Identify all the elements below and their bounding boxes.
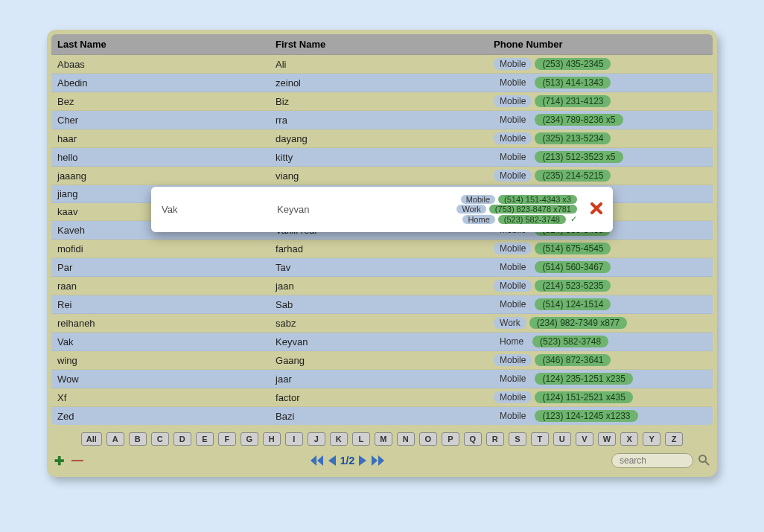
table-row[interactable]: ZedBaziMobile(123) 124-1245 x1233 — [51, 407, 713, 426]
table-row[interactable]: XffactorMobile(124) 151-2521 x435 — [51, 388, 713, 407]
cell-last: Rei — [51, 295, 270, 314]
contact-detail-popup: Vak Keyvan Mobile(514) 151-4343 x3Work(7… — [151, 187, 613, 232]
col-phone[interactable]: Phone Number — [488, 34, 713, 55]
col-first-name[interactable]: First Name — [270, 34, 488, 55]
phone-type-badge: Work — [456, 205, 486, 214]
phone-type-badge: Mobile — [494, 354, 532, 366]
table-row[interactable]: ReiSabMobile(514) 124-1514 — [51, 295, 713, 314]
last-page-icon[interactable] — [371, 455, 384, 466]
alpha-w-button[interactable]: W — [598, 432, 616, 446]
popup-phone-list: Mobile(514) 151-4343 x3Work(753) 823-847… — [411, 194, 577, 225]
alpha-z-button[interactable]: Z — [665, 432, 683, 446]
table-row[interactable]: hellokittyMobile(213) 512-3523 x5 — [51, 148, 713, 167]
col-last-name[interactable]: Last Name — [51, 34, 270, 55]
phone-number-badge: (325) 213-5234 — [535, 132, 611, 144]
phone-number-badge: (753) 823-8478 x781 — [489, 205, 577, 214]
table-row[interactable]: jaaangviangMobile(235) 214-5215 — [51, 167, 713, 185]
cell-phone: Mobile(124) 235-1251 x235 — [488, 370, 713, 388]
phone-number-badge: (234) 789-8236 x5 — [535, 114, 623, 126]
cell-last: Par — [51, 258, 270, 277]
cell-phone: Home(523) 582-3748 — [488, 333, 713, 351]
add-icon[interactable]: ✚ — [54, 454, 64, 468]
first-page-icon[interactable] — [311, 455, 324, 466]
alpha-y-button[interactable]: Y — [643, 432, 660, 446]
popup-last-name: Vak — [162, 204, 277, 215]
cell-first: zeinol — [270, 74, 488, 92]
alpha-t-button[interactable]: T — [531, 432, 549, 446]
table-row[interactable]: AbedinzeinolMobile(513) 414-1343 — [51, 74, 713, 92]
phone-type-badge: Mobile — [494, 298, 532, 310]
alpha-c-button[interactable]: C — [151, 432, 169, 446]
cell-phone: Mobile(253) 435-2345 — [488, 55, 713, 74]
check-icon: ✓ — [570, 214, 577, 224]
cell-phone: Mobile(513) 414-1343 — [488, 74, 713, 92]
cell-first: Ali — [270, 55, 488, 74]
cell-first: Biz — [270, 92, 488, 111]
alpha-i-button[interactable]: I — [285, 432, 303, 446]
alpha-a-button[interactable]: A — [106, 432, 124, 446]
remove-icon[interactable]: — — [71, 454, 83, 467]
phone-type-badge: Mobile — [494, 280, 532, 292]
alpha-n-button[interactable]: N — [397, 432, 415, 446]
alpha-o-button[interactable]: O — [419, 432, 437, 446]
table-row[interactable]: wingGaangMobile(346) 872-3641 — [51, 351, 713, 370]
alpha-h-button[interactable]: H — [263, 432, 281, 446]
cell-first: jaar — [270, 370, 488, 388]
phone-number-badge: (346) 872-3641 — [535, 354, 611, 366]
alpha-u-button[interactable]: U — [553, 432, 571, 446]
phone-type-badge: Work — [494, 317, 526, 329]
alpha-f-button[interactable]: F — [218, 432, 236, 446]
phone-type-badge: Mobile — [494, 58, 532, 70]
close-icon[interactable] — [590, 202, 602, 217]
alpha-q-button[interactable]: Q — [464, 432, 482, 446]
cell-phone: Mobile(714) 231-4123 — [488, 92, 713, 111]
alpha-g-button[interactable]: G — [241, 432, 258, 446]
search-icon[interactable] — [698, 454, 710, 468]
phone-type-badge: Mobile — [494, 410, 532, 422]
alpha-d-button[interactable]: D — [174, 432, 191, 446]
search-input[interactable] — [611, 453, 693, 468]
alpha-r-button[interactable]: R — [486, 432, 504, 446]
cell-phone: Mobile(235) 214-5215 — [488, 167, 713, 185]
svg-point-0 — [699, 455, 706, 462]
cell-first: rra — [270, 111, 488, 129]
phone-number-badge: (235) 214-5215 — [535, 170, 611, 182]
table-row[interactable]: VakKeyvanHome(523) 582-3748 — [51, 333, 713, 351]
table-row[interactable]: AbaasAliMobile(253) 435-2345 — [51, 55, 713, 74]
alpha-k-button[interactable]: K — [330, 432, 348, 446]
table-row[interactable]: haardayangMobile(325) 213-5234 — [51, 129, 713, 148]
phone-number-badge: (214) 523-5235 — [535, 280, 611, 292]
table-header-row: Last Name First Name Phone Number — [51, 34, 713, 55]
table-row[interactable]: BezBizMobile(714) 231-4123 — [51, 92, 713, 111]
phone-number-badge: (124) 151-2521 x435 — [535, 391, 632, 403]
alpha-l-button[interactable]: L — [352, 432, 370, 446]
alpha-v-button[interactable]: V — [576, 432, 593, 446]
cell-first: jaan — [270, 277, 488, 295]
cell-first: Bazi — [270, 407, 488, 426]
next-page-icon[interactable] — [359, 455, 366, 466]
phone-number-badge: (514) 151-4343 x3 — [498, 195, 577, 204]
phone-number-badge: (213) 512-3523 x5 — [535, 151, 623, 163]
cell-last: haar — [51, 129, 270, 148]
alpha-s-button[interactable]: S — [509, 432, 526, 446]
table-row[interactable]: raanjaanMobile(214) 523-5235 — [51, 277, 713, 295]
alpha-filter-row: All ABCDEFGHIJKLMNOPQRSTUVWXYZ — [51, 432, 713, 446]
table-row[interactable]: mofidifarhadMobile(514) 675-4545 — [51, 240, 713, 258]
alpha-p-button[interactable]: P — [442, 432, 459, 446]
alpha-j-button[interactable]: J — [308, 432, 325, 446]
table-row[interactable]: WowjaarMobile(124) 235-1251 x235 — [51, 370, 713, 388]
alpha-e-button[interactable]: E — [196, 432, 214, 446]
prev-page-icon[interactable] — [328, 455, 336, 466]
alpha-x-button[interactable]: X — [620, 432, 638, 446]
alpha-b-button[interactable]: B — [129, 432, 147, 446]
phone-number-badge: (514) 560-3467 — [535, 261, 611, 273]
cell-last: jaaang — [51, 167, 270, 185]
alpha-m-button[interactable]: M — [375, 432, 392, 446]
contacts-window: Last Name First Name Phone Number AbaasA… — [47, 30, 717, 477]
cell-phone: Mobile(123) 124-1245 x1233 — [488, 407, 713, 426]
alpha-all-button[interactable]: All — [81, 432, 102, 446]
cell-first: Sab — [270, 295, 488, 314]
table-row[interactable]: CherrraMobile(234) 789-8236 x5 — [51, 111, 713, 129]
table-row[interactable]: reihanehsabzWork(234) 982-7349 x877 — [51, 314, 713, 333]
table-row[interactable]: ParTavMobile(514) 560-3467 — [51, 258, 713, 277]
